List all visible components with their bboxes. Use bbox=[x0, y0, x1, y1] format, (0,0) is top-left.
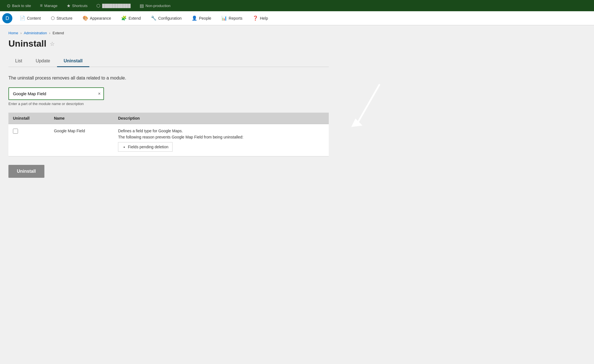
content-icon: 📄 bbox=[20, 15, 25, 21]
favorite-star-icon[interactable]: ☆ bbox=[50, 40, 55, 47]
nav-appearance[interactable]: 🎨 Appearance bbox=[78, 11, 116, 25]
breadcrumb-sep-1: › bbox=[21, 31, 22, 35]
module-search-input[interactable] bbox=[8, 87, 104, 100]
nav-content[interactable]: 📄 Content bbox=[15, 11, 46, 25]
non-production-icon: ▤ bbox=[140, 3, 144, 8]
nav-reports[interactable]: 📊 Reports bbox=[216, 11, 248, 25]
site-icon: ⬡ bbox=[96, 3, 100, 8]
breadcrumb-current: Extend bbox=[53, 31, 64, 35]
breadcrumb-home[interactable]: Home bbox=[8, 31, 18, 35]
page-title: Uninstall bbox=[8, 38, 46, 49]
breadcrumb: Home › Administration › Extend bbox=[8, 31, 329, 35]
nav-extend-label: Extend bbox=[128, 16, 141, 21]
back-to-site-icon: ⊙ bbox=[7, 3, 10, 8]
nav-help[interactable]: ❓ Help bbox=[248, 11, 273, 25]
svg-marker-3 bbox=[351, 119, 362, 127]
structure-icon: ⬡ bbox=[51, 15, 55, 21]
tabs: List Update Uninstall bbox=[8, 56, 329, 67]
nav-people[interactable]: 👤 People bbox=[187, 11, 216, 25]
reason-item: Fields pending deletion bbox=[128, 145, 168, 149]
shortcuts-button[interactable]: ★ Shortcuts bbox=[62, 0, 92, 11]
nav-extend[interactable]: 🧩 Extend bbox=[116, 11, 146, 25]
col-description: Description bbox=[114, 113, 329, 124]
breadcrumb-sep-2: › bbox=[49, 31, 50, 35]
help-icon: ❓ bbox=[253, 15, 258, 21]
col-name: Name bbox=[49, 113, 114, 124]
admin-bar: ⊙ Back to site ≡ Manage ★ Shortcuts ⬡ ██… bbox=[0, 0, 594, 11]
table-row: Google Map Field Defines a field type fo… bbox=[8, 124, 329, 156]
nav-reports-label: Reports bbox=[229, 16, 242, 21]
page-title-row: Uninstall ☆ bbox=[8, 38, 329, 49]
description-cell: Defines a field type for Google Maps. Th… bbox=[114, 124, 329, 156]
site-name-button[interactable]: ⬡ ███████████ bbox=[92, 0, 135, 11]
shortcuts-icon: ★ bbox=[67, 3, 71, 8]
module-table: Uninstall Name Description Google Map Fi… bbox=[8, 113, 329, 156]
col-uninstall: Uninstall bbox=[8, 113, 49, 124]
table-header: Uninstall Name Description bbox=[8, 113, 329, 124]
reports-icon: 📊 bbox=[221, 15, 227, 21]
site-name-label: ███████████ bbox=[102, 4, 130, 8]
page-content: Home › Administration › Extend Uninstall… bbox=[0, 25, 337, 183]
back-to-site-label: Back to site bbox=[12, 4, 31, 8]
manage-button[interactable]: ≡ Manage bbox=[35, 0, 62, 11]
description-text: The uninstall process removes all data r… bbox=[8, 76, 329, 81]
description-main: Defines a field type for Google Maps. bbox=[118, 129, 324, 133]
uninstall-checkbox-cell bbox=[8, 124, 49, 156]
nav-configuration-label: Configuration bbox=[158, 16, 182, 21]
nav-content-label: Content bbox=[27, 16, 41, 21]
non-production-label: Non-production bbox=[146, 4, 171, 8]
search-field-wrap: × bbox=[8, 87, 104, 100]
non-production-button[interactable]: ▤ Non-production bbox=[135, 0, 175, 11]
tab-update[interactable]: Update bbox=[29, 56, 57, 67]
uninstall-button[interactable]: Uninstall bbox=[8, 165, 44, 178]
secondary-nav: D 📄 Content ⬡ Structure 🎨 Appearance 🧩 E… bbox=[0, 11, 594, 25]
configuration-icon: 🔧 bbox=[151, 15, 157, 21]
people-icon: 👤 bbox=[192, 15, 197, 21]
appearance-icon: 🎨 bbox=[83, 15, 88, 21]
nav-people-label: People bbox=[199, 16, 211, 21]
nav-configuration[interactable]: 🔧 Configuration bbox=[146, 11, 187, 25]
nav-structure-label: Structure bbox=[56, 16, 72, 21]
svg-line-2 bbox=[357, 85, 379, 124]
annotation-arrow bbox=[340, 79, 391, 135]
back-to-site-button[interactable]: ⊙ Back to site bbox=[2, 0, 35, 11]
shortcuts-label: Shortcuts bbox=[72, 4, 88, 8]
module-uninstall-checkbox[interactable] bbox=[13, 129, 18, 134]
reason-box: Fields pending deletion bbox=[118, 142, 173, 152]
description-reason: The following reason prevents Google Map… bbox=[118, 135, 324, 139]
nav-structure[interactable]: ⬡ Structure bbox=[46, 11, 78, 25]
search-hint: Enter a part of the module name or descr… bbox=[8, 102, 329, 106]
nav-items: 📄 Content ⬡ Structure 🎨 Appearance 🧩 Ext… bbox=[15, 11, 273, 25]
search-clear-button[interactable]: × bbox=[98, 91, 101, 96]
drupal-logo: D bbox=[2, 13, 12, 23]
tab-uninstall[interactable]: Uninstall bbox=[57, 56, 90, 67]
tab-list[interactable]: List bbox=[8, 56, 29, 67]
svg-text:D: D bbox=[6, 15, 9, 21]
nav-appearance-label: Appearance bbox=[90, 16, 111, 21]
extend-icon: 🧩 bbox=[121, 15, 127, 21]
breadcrumb-admin[interactable]: Administration bbox=[24, 31, 47, 35]
module-name-cell: Google Map Field bbox=[49, 124, 114, 156]
manage-label: Manage bbox=[44, 4, 58, 8]
table-container: Uninstall Name Description Google Map Fi… bbox=[8, 113, 329, 156]
manage-icon: ≡ bbox=[40, 3, 42, 8]
table-body: Google Map Field Defines a field type fo… bbox=[8, 124, 329, 156]
nav-help-label: Help bbox=[260, 16, 268, 21]
